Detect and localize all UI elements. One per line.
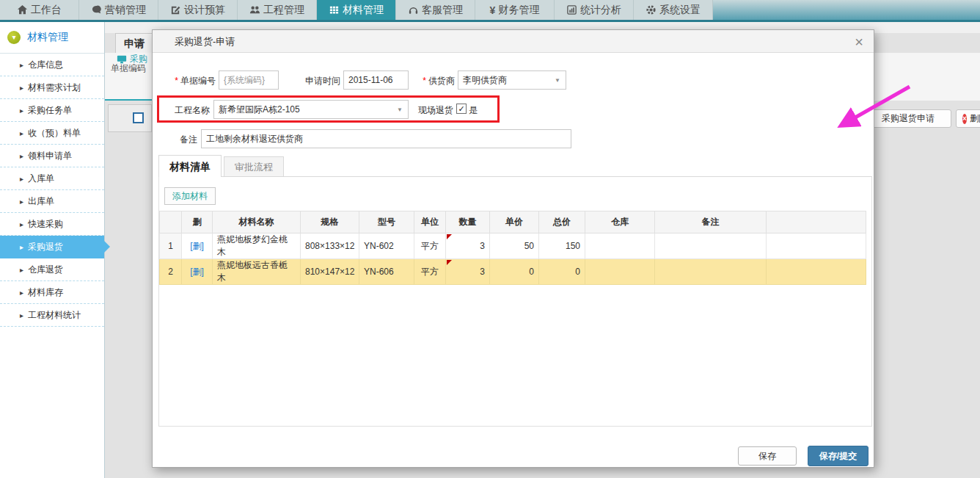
tab-material-list[interactable]: 材料清单 (158, 155, 222, 177)
save-submit-button[interactable]: 保存/提交 (808, 446, 869, 466)
sidebar-item-label: 仓库退货 (28, 264, 63, 275)
select-all-checkbox[interactable] (133, 112, 144, 123)
col-qty: 数量 (446, 211, 490, 233)
cell-note[interactable] (655, 259, 767, 285)
nav-tab-label: 客服管理 (422, 4, 463, 17)
nav-tab-design-budget[interactable]: 设计预算 (158, 0, 238, 20)
nav-tab-marketing[interactable]: 营销管理 (79, 0, 158, 20)
delete-row-link[interactable]: [删] (190, 241, 204, 251)
material-table: 删 材料名称 规格 型号 单位 数量 单价 总价 仓库 备注 1 [删] (159, 211, 866, 285)
project-name-label: 工程名称 (158, 104, 210, 117)
col-filler (767, 211, 866, 233)
project-name-select[interactable]: 新希望国际A栋2-105 ▼ (213, 100, 409, 119)
top-nav: 工作台 营销管理 设计预算 工程管理 材料管理 客服管理 ¥ 财务管理 统计分析… (0, 0, 980, 22)
toolbar-underline (105, 99, 152, 101)
cell-price[interactable]: 0 (490, 259, 539, 285)
dropdown-arrow-icon: ▼ (555, 77, 560, 84)
sidebar-title: 材料管理 (27, 31, 68, 44)
check-icon: ✓ (458, 104, 464, 113)
cell-warehouse[interactable] (585, 233, 655, 259)
table-row[interactable]: 1 [删] 燕妮地板梦幻金桃木 808×133×12 YN-602 平方 3 5… (160, 233, 866, 259)
table-header-row: 删 材料名称 规格 型号 单位 数量 单价 总价 仓库 备注 (160, 211, 866, 233)
sidebar-item-label: 材料库存 (28, 287, 63, 297)
edit-icon (170, 4, 181, 15)
purchase-return-request-button[interactable]: 采购退货申请 (865, 109, 951, 128)
delete-row-link[interactable]: [删] (190, 267, 204, 277)
sidebar-header[interactable]: ▾ 材料管理 (0, 22, 104, 54)
users-icon (249, 4, 260, 15)
monitor-icon (117, 54, 127, 65)
cell-material-name: 燕妮地板梦幻金桃木 (213, 233, 301, 259)
dropdown-arrow-icon: ▼ (397, 106, 403, 113)
sidebar-item-material-request[interactable]: ▸领料申请单 (0, 145, 104, 167)
close-icon[interactable]: × (855, 33, 863, 51)
add-material-button[interactable]: 添加材料 (164, 187, 216, 205)
sidebar-item-project-material-stats[interactable]: ▸工程材料统计 (0, 304, 104, 327)
chat-icon (91, 4, 102, 15)
sidebar-item-warehouse-return[interactable]: ▸仓库退货 (0, 258, 104, 281)
doc-no-label: *单据编号 (158, 75, 216, 87)
nav-tab-workbench[interactable]: 工作台 (0, 0, 79, 20)
nav-tab-label: 财务管理 (498, 4, 539, 17)
sidebar-item-label: 出库单 (28, 196, 54, 206)
cell-qty[interactable]: 3 (446, 233, 490, 259)
nav-tab-customer-service[interactable]: 客服管理 (396, 0, 475, 20)
caret-icon: ▸ (20, 84, 23, 92)
caret-icon: ▸ (20, 289, 23, 297)
button-label: 删除 (970, 112, 980, 125)
cell-warehouse[interactable] (585, 259, 655, 285)
sidebar-item-inbound[interactable]: ▸入库单 (0, 167, 104, 190)
nav-tab-settings[interactable]: 系统设置 (634, 0, 713, 20)
home-icon (17, 4, 28, 15)
nav-tab-statistics[interactable]: 统计分析 (555, 0, 634, 20)
caret-icon: ▸ (20, 243, 23, 251)
cell-note[interactable] (655, 233, 767, 259)
page-tab-apply[interactable]: 申请 (115, 33, 153, 53)
table-row-selected[interactable]: 2 [删] 燕妮地板远古香栀木 810×147×12 YN-606 平方 3 0… (160, 259, 866, 285)
remark-label: 备注 (158, 134, 197, 146)
sidebar-item-warehouse-info[interactable]: ▸仓库信息 (0, 54, 104, 76)
nav-tab-label: 统计分析 (580, 4, 621, 17)
apply-time-input[interactable] (343, 70, 409, 90)
tab-approval-flow[interactable]: 审批流程 (224, 156, 284, 177)
cell-filler (767, 233, 866, 259)
onsite-return-checkbox[interactable]: ✓ (456, 104, 467, 114)
delete-button[interactable]: × 删除 (956, 109, 980, 128)
sidebar: ▾ 材料管理 ▸仓库信息 ▸材料需求计划 ▸采购任务单 ▸收（预）料单 ▸领料申… (0, 22, 105, 478)
purchase-return-dialog: 采购退货-申请 × *单据编号 申请时间 *供货商 李明供货商 ▼ 工程名称 新… (152, 29, 874, 468)
nav-tab-materials[interactable]: 材料管理 (317, 0, 396, 20)
onsite-return-label: 现场退货 (411, 104, 453, 117)
cell-unit: 平方 (414, 259, 446, 285)
caret-icon: ▸ (20, 266, 23, 274)
sidebar-item-quick-purchase[interactable]: ▸快速采购 (0, 213, 104, 236)
sidebar-item-label: 快速采购 (28, 219, 63, 229)
sidebar-item-label: 仓库信息 (28, 59, 63, 70)
col-warehouse: 仓库 (585, 211, 655, 233)
doc-no-input[interactable] (219, 70, 279, 90)
nav-tab-label: 设计预算 (184, 4, 225, 17)
remark-input[interactable] (201, 129, 571, 148)
nav-tab-finance[interactable]: ¥ 财务管理 (475, 0, 555, 20)
col-spec: 规格 (301, 211, 359, 233)
cell-model: YN-606 (359, 259, 414, 285)
cell-unit: 平方 (414, 233, 446, 259)
sidebar-item-purchase-task[interactable]: ▸采购任务单 (0, 99, 104, 122)
nav-tab-engineering[interactable]: 工程管理 (238, 0, 317, 20)
cell-qty[interactable]: 3 (446, 259, 490, 285)
supplier-select[interactable]: 李明供货商 ▼ (458, 70, 566, 90)
sidebar-item-material-stock[interactable]: ▸材料库存 (0, 281, 104, 304)
sidebar-item-outbound[interactable]: ▸出库单 (0, 190, 104, 213)
save-button[interactable]: 保存 (738, 446, 797, 466)
apply-time-label: 申请时间 (298, 75, 340, 87)
purchase-link[interactable]: 采购 (117, 53, 147, 65)
nav-tab-label: 工程管理 (263, 4, 304, 17)
button-label: 采购退货申请 (882, 112, 935, 125)
row-number: 2 (160, 259, 182, 285)
gear-icon (646, 4, 657, 15)
material-list-panel: 添加材料 删 材料名称 规格 型号 单位 数量 单价 总价 仓库 (158, 176, 872, 427)
edited-marker-icon (447, 234, 452, 239)
sidebar-item-purchase-return[interactable]: ▸采购退货 (0, 236, 104, 258)
sidebar-item-receive-material[interactable]: ▸收（预）料单 (0, 122, 104, 145)
cell-price[interactable]: 50 (490, 233, 539, 259)
sidebar-item-material-demand-plan[interactable]: ▸材料需求计划 (0, 76, 104, 99)
